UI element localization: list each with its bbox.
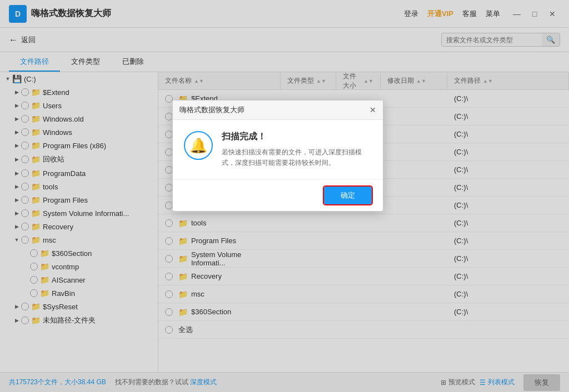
dialog-body: 🔔 扫描完成！ 若快速扫描没有需要的文件，可进入深度扫描模式，深度扫描可能需要花… [173,120,383,179]
dialog-text-area: 扫描完成！ 若快速扫描没有需要的文件，可进入深度扫描模式，深度扫描可能需要花待较… [222,131,372,168]
bell-icon-container: 🔔 [184,131,213,160]
dialog-confirm-button[interactable]: 确定 [324,187,372,204]
scan-complete-dialog: 嗨格式数据恢复大师 ✕ 🔔 扫描完成！ 若快速扫描没有需要的文件，可进入深度扫描… [172,100,383,212]
dialog-close-button[interactable]: ✕ [370,105,376,114]
dialog-heading: 扫描完成！ [222,131,372,143]
bell-icon: 🔔 [189,137,207,154]
dialog-title-bar: 嗨格式数据恢复大师 ✕ [173,100,383,120]
dialog-title-text: 嗨格式数据恢复大师 [179,105,244,115]
dialog-footer: 确定 [173,179,383,211]
dialog-description: 若快速扫描没有需要的文件，可进入深度扫描模式，深度扫描可能需要花待较长时间。 [222,147,372,168]
dialog-overlay: 嗨格式数据恢复大师 ✕ 🔔 扫描完成！ 若快速扫描没有需要的文件，可进入深度扫描… [0,0,569,392]
